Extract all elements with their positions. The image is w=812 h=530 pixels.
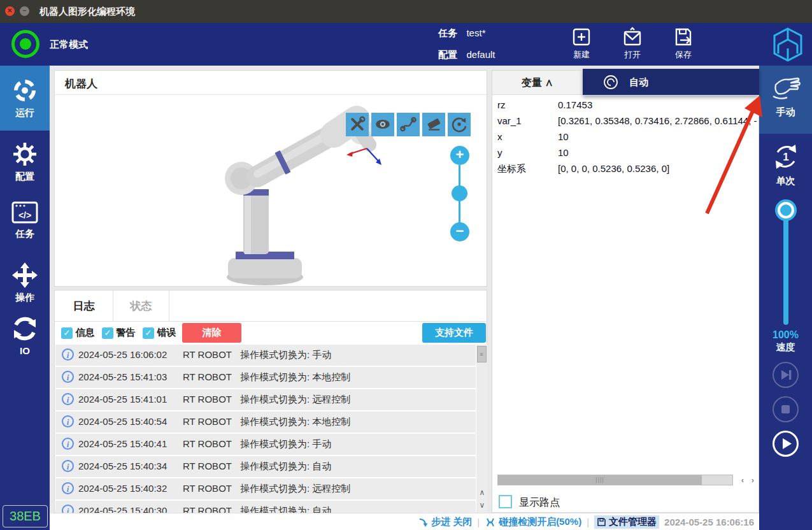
info-icon: i bbox=[62, 482, 74, 494]
scroll-left-icon[interactable]: ‹ bbox=[737, 475, 748, 485]
topbar: 正常模式 任务 test* 配置 default 新建 打开 保存 bbox=[0, 23, 812, 66]
scroll-right-icon[interactable]: › bbox=[748, 475, 758, 485]
log-time: 2024-05-25 15:40:41 bbox=[78, 438, 167, 449]
sidebar-item-label: 运行 bbox=[0, 107, 50, 119]
step-button[interactable] bbox=[773, 362, 799, 388]
sidebar-item-operate[interactable]: 操作 bbox=[0, 262, 50, 304]
stop-icon bbox=[774, 398, 797, 421]
collision-status[interactable]: 碰撞检测开启(50%) bbox=[485, 516, 581, 528]
log-scrollbar-thumb[interactable]: ≡ bbox=[477, 346, 487, 362]
scroll-down-icon[interactable]: ∨ bbox=[477, 499, 487, 511]
variable-row: x 10 bbox=[492, 129, 757, 145]
checkbox-checked-icon[interactable]: ✓ bbox=[102, 327, 113, 339]
view-visibility-button[interactable] bbox=[371, 113, 394, 136]
variable-name: x bbox=[497, 131, 502, 142]
variables-table[interactable]: rz 0.17453 var_1 [0.3261, 0.35348, 0.734… bbox=[492, 97, 757, 177]
log-row: i 2024-05-25 15:40:54 RT ROBOT 操作模式切换为: … bbox=[55, 412, 476, 433]
variable-name: y bbox=[497, 147, 502, 158]
open-button-label: 打开 bbox=[612, 49, 653, 61]
open-button[interactable]: 打开 bbox=[612, 27, 653, 61]
zoom-slider-handle[interactable] bbox=[452, 185, 467, 201]
collision-icon bbox=[485, 517, 496, 527]
sidebar-item-config[interactable]: 配置 bbox=[0, 141, 50, 183]
scroll-up-icon[interactable]: ∧ bbox=[477, 487, 487, 498]
variables-hscrollbar-thumb[interactable]: |||| bbox=[498, 475, 702, 485]
sidebar-item-label: 操作 bbox=[0, 292, 50, 304]
speed-label: 速度 bbox=[759, 341, 812, 354]
filter-error-label: 错误 bbox=[157, 327, 176, 338]
tab-variables[interactable]: 变量 ∧ bbox=[492, 71, 583, 95]
variable-row: var_1 [0.3261, 0.35348, 0.73416, 2.72866… bbox=[492, 113, 757, 129]
window-titlebar: ✕ – 机器人图形化编程环境 bbox=[0, 0, 812, 23]
step-mode-status[interactable]: 步进 关闭 bbox=[418, 516, 472, 528]
view-reset-button[interactable] bbox=[448, 113, 471, 136]
tab-log[interactable]: 日志 bbox=[55, 290, 113, 322]
stop-button[interactable] bbox=[773, 396, 799, 422]
window-title: 机器人图形化编程环境 bbox=[39, 0, 135, 23]
log-message: 操作模式切换为: 自动 bbox=[240, 505, 331, 513]
filter-info-checkbox[interactable]: ✓ 信息 bbox=[61, 327, 94, 339]
single-cycle-icon: 1 bbox=[771, 142, 801, 171]
play-button[interactable] bbox=[773, 431, 799, 457]
speed-slider-track[interactable] bbox=[783, 209, 788, 325]
task-label: 任务 bbox=[438, 27, 457, 38]
mode-option-auto[interactable]: 自动 bbox=[583, 69, 759, 96]
tools-icon bbox=[348, 115, 366, 133]
app-logo-icon bbox=[773, 27, 803, 62]
file-manager-button[interactable]: 文件管理器 bbox=[594, 515, 659, 529]
minimize-icon[interactable]: – bbox=[20, 6, 29, 16]
variables-hscrollbar[interactable]: |||| bbox=[497, 475, 733, 485]
speed-value: 100% bbox=[759, 329, 812, 341]
manual-label: 手动 bbox=[759, 106, 812, 118]
filter-warning-checkbox[interactable]: ✓ 警告 bbox=[102, 327, 135, 339]
new-button[interactable]: 新建 bbox=[561, 27, 602, 61]
log-source: RT ROBOT bbox=[183, 371, 232, 382]
sidebar-item-label: 任务 bbox=[0, 228, 50, 240]
variable-value: [0.3261, 0.35348, 0.73416, 2.72866, 0.61… bbox=[558, 115, 757, 126]
log-row: i 2024-05-25 15:40:32 RT ROBOT 操作模式切换为: … bbox=[55, 478, 476, 499]
view-path-button[interactable] bbox=[397, 113, 420, 136]
file-manager-label: 文件管理器 bbox=[609, 516, 657, 528]
save-icon bbox=[673, 27, 694, 47]
save-button[interactable]: 保存 bbox=[663, 27, 704, 61]
view-tools-button[interactable] bbox=[346, 113, 369, 136]
gear-icon bbox=[11, 141, 38, 168]
sidebar-item-task[interactable]: </> 任务 bbox=[0, 199, 50, 240]
show-waypoints-checkbox[interactable] bbox=[499, 495, 512, 508]
separator: | bbox=[477, 517, 480, 527]
log-list[interactable]: i 2024-05-25 16:06:02 RT ROBOT 操作模式切换为: … bbox=[55, 345, 476, 513]
tab-status[interactable]: 状态 bbox=[113, 290, 169, 322]
log-time: 2024-05-25 15:41:01 bbox=[78, 394, 167, 405]
right-sidebar: 手动 1 单次 100% 速度 bbox=[759, 66, 812, 530]
mode-manual-button[interactable]: 手动 bbox=[759, 66, 812, 134]
close-icon[interactable]: ✕ bbox=[5, 6, 15, 16]
log-time: 2024-05-25 15:40:30 bbox=[78, 505, 167, 513]
checkbox-checked-icon[interactable]: ✓ bbox=[61, 327, 73, 339]
log-row: i 2024-05-25 16:06:02 RT ROBOT 操作模式切换为: … bbox=[55, 345, 476, 366]
variable-row: y 10 bbox=[492, 145, 757, 161]
sidebar-item-label: 配置 bbox=[0, 171, 50, 183]
info-icon: i bbox=[62, 460, 74, 472]
support-files-button[interactable]: 支持文件 bbox=[422, 323, 486, 343]
filter-warning-label: 警告 bbox=[116, 327, 135, 338]
new-button-label: 新建 bbox=[561, 49, 602, 61]
sidebar-item-run[interactable]: 运行 bbox=[0, 66, 50, 131]
normal-mode-indicator-icon bbox=[11, 30, 39, 58]
single-run-button[interactable]: 1 单次 bbox=[759, 142, 812, 187]
log-source: RT ROBOT bbox=[183, 349, 232, 360]
zoom-in-button[interactable]: + bbox=[450, 146, 469, 165]
disk-icon bbox=[597, 517, 606, 527]
clear-button[interactable]: 清除 bbox=[182, 323, 241, 343]
log-time: 2024-05-25 16:06:02 bbox=[78, 349, 167, 360]
path-icon bbox=[399, 115, 417, 133]
log-source: RT ROBOT bbox=[183, 416, 232, 427]
zoom-out-button[interactable]: − bbox=[450, 222, 469, 241]
log-row: i 2024-05-25 15:40:30 RT ROBOT 操作模式切换为: … bbox=[55, 501, 476, 513]
sidebar-item-io[interactable]: IO bbox=[0, 315, 50, 356]
mode-label: 正常模式 bbox=[50, 39, 88, 51]
log-message: 操作模式切换为: 手动 bbox=[240, 349, 331, 361]
checkbox-checked-icon[interactable]: ✓ bbox=[143, 327, 154, 339]
view-erase-button[interactable] bbox=[422, 113, 445, 136]
filter-error-checkbox[interactable]: ✓ 错误 bbox=[143, 327, 176, 339]
speed-slider-handle[interactable] bbox=[778, 202, 794, 218]
